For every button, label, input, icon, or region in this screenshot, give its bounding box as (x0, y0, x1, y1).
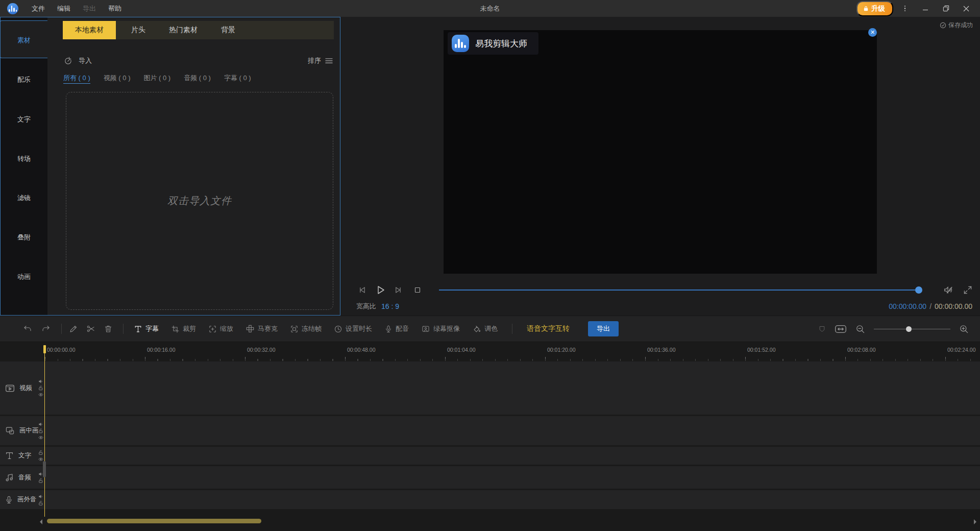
tab-background[interactable]: 背景 (206, 21, 251, 39)
filter-subtitle[interactable]: 字幕 ( 0 ) (224, 74, 251, 84)
tab-intro[interactable]: 片头 (116, 21, 161, 39)
watermark-bar: 易我剪辑大师 (448, 32, 538, 55)
timeline-zoom-slider[interactable] (874, 329, 950, 329)
track-lane-pip[interactable]: 画中画 (0, 416, 980, 445)
ruler-label: 00:00:16.00 (147, 347, 175, 353)
track-head-audio[interactable]: 音频 (0, 466, 45, 489)
lock-open-icon[interactable] (38, 428, 43, 433)
eye-icon[interactable] (38, 435, 43, 440)
filter-audio[interactable]: 音频 ( 0 ) (184, 74, 211, 84)
zoom-in-button[interactable] (959, 324, 969, 334)
track-head-text[interactable]: 文字 (0, 447, 45, 465)
more-button[interactable] (896, 2, 914, 15)
menu-export[interactable]: 导出 (78, 2, 101, 15)
sidebar-item-text[interactable]: 文字 (1, 112, 47, 127)
dubbing-tool[interactable]: 配音 (384, 324, 409, 333)
edit-pencil-button[interactable] (69, 324, 78, 333)
export-button[interactable]: 导出 (588, 321, 619, 336)
lock-open-icon[interactable] (38, 450, 43, 455)
ruler-label: 00:02:24.00 (947, 347, 975, 353)
fullscreen-icon[interactable] (963, 285, 973, 295)
maximize-button[interactable] (937, 2, 954, 15)
playback-controls (340, 282, 980, 298)
window-title: 未命名 (0, 4, 980, 13)
fit-timeline-button[interactable] (835, 324, 847, 334)
menu-help[interactable]: 帮助 (103, 2, 127, 15)
zoom-out-button[interactable] (855, 324, 865, 334)
upgrade-button[interactable]: 升级 (856, 1, 893, 16)
sidebar-item-transition[interactable]: 转场 (1, 151, 47, 166)
minimize-button[interactable] (917, 2, 934, 15)
track-scrollbar-thumb[interactable] (43, 461, 46, 477)
seek-handle[interactable] (915, 286, 922, 294)
track-lane-text[interactable]: 文字 (0, 447, 980, 465)
play-button[interactable] (374, 284, 386, 296)
marker-shield-icon[interactable] (818, 325, 826, 333)
aspect-ratio-value[interactable]: 16 : 9 (381, 302, 399, 310)
track-lane-video[interactable]: 视频 (0, 361, 980, 415)
freeze-frame-tool[interactable]: 冻结帧 (290, 324, 322, 333)
zoom-slider-handle[interactable] (906, 326, 912, 332)
duration-tool[interactable]: 设置时长 (334, 324, 372, 333)
tab-local-material[interactable]: 本地素材 (63, 21, 116, 39)
mosaic-tool[interactable]: 马赛克 (246, 324, 278, 333)
sidebar-item-filter[interactable]: 滤镜 (1, 190, 47, 206)
redo-button[interactable] (41, 324, 51, 333)
speaker-icon[interactable] (38, 422, 43, 427)
ruler-label: 00:01:36.00 (647, 347, 675, 353)
sidebar-item-material[interactable]: 素材 (1, 33, 47, 48)
eye-icon[interactable] (38, 456, 43, 462)
timeline-ruler[interactable]: 00:00:00.00 00:00:16.00 00:00:32.00 00:0… (0, 342, 980, 361)
speech-text-convert-button[interactable]: 语音文字互转 (527, 324, 570, 333)
undo-button[interactable] (22, 324, 33, 333)
prev-frame-button[interactable] (357, 285, 368, 295)
scale-tool[interactable]: 缩放 (208, 324, 233, 333)
track-lane-voiceover[interactable]: 画外音 (0, 490, 980, 509)
sidebar-item-music[interactable]: 配乐 (1, 72, 47, 87)
lock-open-icon[interactable] (38, 385, 43, 391)
next-frame-button[interactable] (393, 285, 403, 295)
track-head-pip[interactable]: 画中画 (0, 416, 45, 445)
stop-button[interactable] (413, 285, 422, 295)
subtitle-T-icon (134, 325, 142, 333)
aspect-ratio-label: 宽高比 (356, 302, 376, 311)
split-scissors-button[interactable] (86, 324, 95, 333)
eye-icon[interactable] (38, 392, 43, 397)
menu-file[interactable]: 文件 (27, 2, 50, 15)
crop-tool[interactable]: 裁剪 (171, 324, 196, 333)
timecode-current: 00:00:00.00 (889, 302, 926, 310)
scrollbar-thumb[interactable] (47, 519, 261, 523)
filter-video[interactable]: 视频 ( 0 ) (104, 74, 131, 84)
speaker-icon[interactable] (38, 379, 43, 384)
track-label: 视频 (19, 384, 32, 393)
mute-icon[interactable] (942, 284, 954, 296)
track-head-video[interactable]: 视频 (0, 361, 45, 415)
playhead[interactable] (44, 345, 45, 517)
sidebar-item-animation[interactable]: 动画 (1, 269, 47, 284)
watermark-close-button[interactable]: ✕ (868, 28, 877, 37)
track-lane-audio[interactable]: 音频 (0, 466, 980, 489)
green-screen-tool[interactable]: 绿幕抠像 (421, 324, 460, 333)
close-button[interactable] (958, 2, 975, 15)
scroll-right-arrow[interactable] (974, 519, 976, 524)
seek-slider[interactable] (439, 289, 919, 291)
import-dropzone[interactable]: 双击导入文件 (66, 92, 333, 310)
menu-bar: 文件 编辑 导出 帮助 (27, 2, 127, 15)
lock-open-icon[interactable] (38, 478, 43, 484)
filter-all[interactable]: 所有 ( 0 ) (63, 74, 90, 84)
menu-edit[interactable]: 编辑 (52, 2, 76, 15)
mic-icon (384, 325, 393, 333)
delete-trash-button[interactable] (104, 324, 113, 333)
track-head-voiceover[interactable]: 画外音 (0, 490, 45, 509)
color-tool[interactable]: 调色 (472, 324, 498, 333)
sidebar-item-overlay[interactable]: 叠附 (1, 230, 47, 245)
speaker-icon[interactable] (38, 494, 43, 499)
scroll-left-arrow[interactable] (40, 519, 42, 524)
dropzone-hint: 双击导入文件 (167, 194, 232, 208)
import-button[interactable]: 导入 (64, 56, 92, 65)
tab-hot-material[interactable]: 热门素材 (161, 21, 206, 39)
sort-button[interactable]: 排序 (308, 56, 333, 65)
lock-open-icon[interactable] (38, 500, 43, 505)
filter-image[interactable]: 图片 ( 0 ) (143, 74, 170, 84)
subtitle-tool[interactable]: 字幕 (134, 324, 159, 333)
